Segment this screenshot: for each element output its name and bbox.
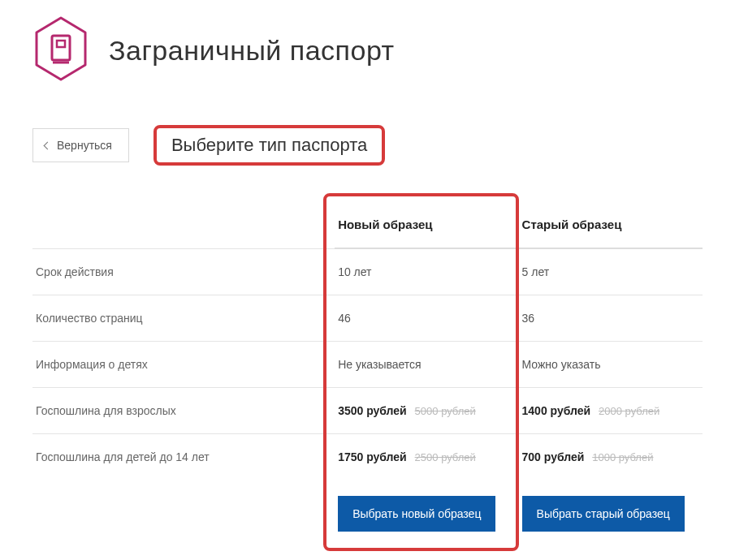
comparison-table: Новый образец Старый образец Срок действ… xyxy=(32,201,703,548)
page-header: Заграничный паспорт xyxy=(32,16,703,84)
price-strike: 1000 рублей xyxy=(592,451,653,463)
table-row: Госпошлина для детей до 14 лет 1750 рубл… xyxy=(32,434,703,487)
comparison-table-wrap: Новый образец Старый образец Срок действ… xyxy=(32,201,703,548)
row-value-new: Не указывается xyxy=(335,342,518,388)
subtitle: Выберите тип паспорта xyxy=(171,135,367,155)
row-label: Госпошлина для детей до 14 лет xyxy=(32,434,335,487)
price: 3500 рублей xyxy=(338,404,407,417)
column-header-new: Новый образец xyxy=(335,201,518,248)
row-label: Госпошлина для взрослых xyxy=(32,388,335,434)
price: 700 рублей xyxy=(522,450,585,463)
row-value-old: Можно указать xyxy=(519,342,703,388)
row-value-new: 3500 рублей 5000 рублей xyxy=(335,388,518,434)
row-value-old: 700 рублей 1000 рублей xyxy=(519,434,703,487)
chevron-left-icon xyxy=(44,141,52,149)
row-label: Срок действия xyxy=(32,248,335,295)
page-title: Заграничный паспорт xyxy=(109,35,395,67)
row-value-old: 1400 рублей 2000 рублей xyxy=(519,388,703,434)
table-row-buttons: Выбрать новый образец Выбрать старый обр… xyxy=(32,486,703,548)
row-value-new: 46 xyxy=(335,295,518,342)
nav-row: Вернуться Выберите тип паспорта xyxy=(32,125,703,166)
column-header-old: Старый образец xyxy=(519,201,703,248)
price-strike: 2500 рублей xyxy=(415,451,476,463)
table-row: Информация о детях Не указывается Можно … xyxy=(32,342,703,388)
table-row: Количество страниц 46 36 xyxy=(32,295,703,342)
passport-icon xyxy=(32,16,89,84)
row-value-old: 5 лет xyxy=(519,248,703,295)
back-button[interactable]: Вернуться xyxy=(32,128,129,162)
price: 1400 рублей xyxy=(522,404,591,417)
price-strike: 5000 рублей xyxy=(415,405,476,417)
row-label: Информация о детях xyxy=(32,342,335,388)
svg-rect-1 xyxy=(57,41,65,47)
price: 1750 рублей xyxy=(338,450,407,463)
price-strike: 2000 рублей xyxy=(599,405,659,417)
choose-new-button[interactable]: Выбрать новый образец xyxy=(338,496,495,532)
row-value-new: 1750 рублей 2500 рублей xyxy=(335,434,518,487)
table-row: Срок действия 10 лет 5 лет xyxy=(32,248,703,295)
table-row: Госпошлина для взрослых 3500 рублей 5000… xyxy=(32,388,703,434)
back-label: Вернуться xyxy=(57,139,112,152)
row-value-new: 10 лет xyxy=(335,248,518,295)
row-label: Количество страниц xyxy=(32,295,335,342)
row-value-old: 36 xyxy=(519,295,703,342)
choose-old-button[interactable]: Выбрать старый образец xyxy=(522,496,685,532)
subtitle-highlight: Выберите тип паспорта xyxy=(153,125,385,166)
